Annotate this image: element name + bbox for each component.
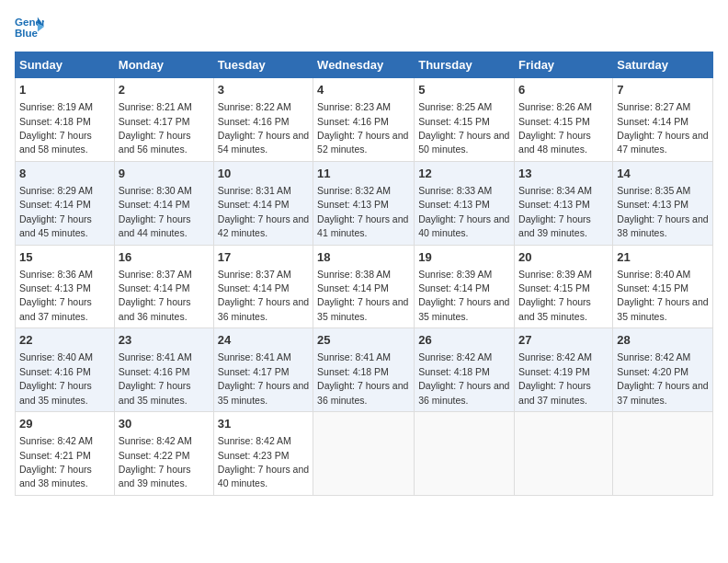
calendar-day-cell: 16 Sunrise: 8:37 AMSunset: 4:14 PMDaylig… [114,245,213,328]
day-number: 12 [418,166,510,182]
day-info: Sunrise: 8:42 AMSunset: 4:23 PMDaylight:… [218,435,309,488]
calendar-day-cell: 3 Sunrise: 8:22 AMSunset: 4:16 PMDayligh… [213,78,313,162]
day-number: 10 [218,166,309,182]
calendar-day-cell: 4 Sunrise: 8:23 AMSunset: 4:16 PMDayligh… [313,78,415,162]
calendar-day-cell: 26 Sunrise: 8:42 AMSunset: 4:18 PMDaylig… [415,328,515,412]
day-number: 14 [617,166,709,182]
day-number: 6 [518,82,609,98]
day-number: 7 [617,82,709,98]
calendar-day-cell: 6 Sunrise: 8:26 AMSunset: 4:15 PMDayligh… [515,78,613,162]
logo-icon: General Blue [15,15,44,40]
calendar-day-cell: 5 Sunrise: 8:25 AMSunset: 4:15 PMDayligh… [415,78,515,162]
day-info: Sunrise: 8:30 AMSunset: 4:14 PMDaylight:… [119,185,192,238]
day-info: Sunrise: 8:31 AMSunset: 4:14 PMDaylight:… [218,185,309,238]
day-info: Sunrise: 8:26 AMSunset: 4:15 PMDaylight:… [518,101,592,155]
day-number: 13 [518,166,609,182]
day-number: 30 [119,416,210,432]
calendar-day-cell: 21 Sunrise: 8:40 AMSunset: 4:15 PMDaylig… [613,245,713,328]
day-number: 31 [218,416,309,432]
calendar-day-cell: 27 Sunrise: 8:42 AMSunset: 4:19 PMDaylig… [515,328,613,412]
day-number: 9 [119,166,210,182]
calendar-day-cell: 20 Sunrise: 8:39 AMSunset: 4:15 PMDaylig… [515,245,613,328]
day-info: Sunrise: 8:42 AMSunset: 4:18 PMDaylight:… [418,351,509,405]
day-number: 27 [518,332,609,349]
day-info: Sunrise: 8:21 AMSunset: 4:17 PMDaylight:… [119,101,192,155]
day-number: 16 [119,249,210,266]
day-info: Sunrise: 8:33 AMSunset: 4:13 PMDaylight:… [418,185,509,238]
calendar-day-cell: 30 Sunrise: 8:42 AMSunset: 4:22 PMDaylig… [114,412,213,496]
day-info: Sunrise: 8:41 AMSunset: 4:18 PMDaylight:… [317,351,408,405]
calendar-day-cell: 8 Sunrise: 8:29 AMSunset: 4:14 PMDayligh… [16,161,115,245]
page-header: General Blue [15,15,713,40]
weekday-header-saturday: Saturday [613,52,713,78]
calendar-day-cell: 11 Sunrise: 8:32 AMSunset: 4:13 PMDaylig… [313,161,415,245]
calendar-day-cell: 23 Sunrise: 8:41 AMSunset: 4:16 PMDaylig… [114,328,213,412]
day-info: Sunrise: 8:41 AMSunset: 4:17 PMDaylight:… [218,351,309,405]
day-info: Sunrise: 8:32 AMSunset: 4:13 PMDaylight:… [317,185,408,238]
calendar-table: SundayMondayTuesdayWednesdayThursdayFrid… [15,52,713,496]
day-info: Sunrise: 8:25 AMSunset: 4:15 PMDaylight:… [418,101,509,155]
day-number: 20 [518,249,609,266]
day-number: 1 [19,82,110,98]
day-info: Sunrise: 8:35 AMSunset: 4:13 PMDaylight:… [617,185,708,238]
day-number: 19 [418,249,510,266]
calendar-day-cell: 12 Sunrise: 8:33 AMSunset: 4:13 PMDaylig… [415,161,515,245]
calendar-week-row: 22 Sunrise: 8:40 AMSunset: 4:16 PMDaylig… [16,328,713,412]
day-info: Sunrise: 8:27 AMSunset: 4:14 PMDaylight:… [617,101,708,155]
day-number: 5 [418,82,510,98]
weekday-header-friday: Friday [515,52,613,78]
day-info: Sunrise: 8:38 AMSunset: 4:14 PMDaylight:… [317,269,408,322]
calendar-day-cell: 7 Sunrise: 8:27 AMSunset: 4:14 PMDayligh… [613,78,713,162]
calendar-day-cell: 18 Sunrise: 8:38 AMSunset: 4:14 PMDaylig… [313,245,415,328]
day-info: Sunrise: 8:37 AMSunset: 4:14 PMDaylight:… [218,269,309,322]
day-info: Sunrise: 8:23 AMSunset: 4:16 PMDaylight:… [317,101,408,155]
day-number: 11 [317,166,410,182]
day-number: 15 [19,249,110,266]
calendar-day-cell: 19 Sunrise: 8:39 AMSunset: 4:14 PMDaylig… [415,245,515,328]
calendar-day-cell: 15 Sunrise: 8:36 AMSunset: 4:13 PMDaylig… [16,245,115,328]
day-number: 18 [317,249,410,266]
day-info: Sunrise: 8:40 AMSunset: 4:15 PMDaylight:… [617,269,708,322]
calendar-day-cell: 25 Sunrise: 8:41 AMSunset: 4:18 PMDaylig… [313,328,415,412]
weekday-header-row: SundayMondayTuesdayWednesdayThursdayFrid… [16,52,713,78]
day-info: Sunrise: 8:40 AMSunset: 4:16 PMDaylight:… [19,351,93,405]
calendar-week-row: 8 Sunrise: 8:29 AMSunset: 4:14 PMDayligh… [16,161,713,245]
svg-text:Blue: Blue [15,28,39,39]
day-info: Sunrise: 8:39 AMSunset: 4:14 PMDaylight:… [418,269,509,322]
calendar-day-cell [313,412,415,496]
day-number: 24 [218,332,309,349]
day-number: 8 [19,166,110,182]
calendar-day-cell: 1 Sunrise: 8:19 AMSunset: 4:18 PMDayligh… [16,78,115,162]
day-info: Sunrise: 8:29 AMSunset: 4:14 PMDaylight:… [19,185,93,238]
day-info: Sunrise: 8:22 AMSunset: 4:16 PMDaylight:… [218,101,309,155]
calendar-day-cell: 2 Sunrise: 8:21 AMSunset: 4:17 PMDayligh… [114,78,213,162]
day-info: Sunrise: 8:34 AMSunset: 4:13 PMDaylight:… [518,185,592,238]
day-number: 2 [119,82,210,98]
day-info: Sunrise: 8:42 AMSunset: 4:20 PMDaylight:… [617,351,708,405]
weekday-header-sunday: Sunday [16,52,115,78]
weekday-header-wednesday: Wednesday [313,52,415,78]
calendar-week-row: 1 Sunrise: 8:19 AMSunset: 4:18 PMDayligh… [16,78,713,162]
day-info: Sunrise: 8:36 AMSunset: 4:13 PMDaylight:… [19,269,93,322]
calendar-day-cell [415,412,515,496]
day-number: 29 [19,416,110,432]
calendar-week-row: 29 Sunrise: 8:42 AMSunset: 4:21 PMDaylig… [16,412,713,496]
day-info: Sunrise: 8:41 AMSunset: 4:16 PMDaylight:… [119,351,192,405]
day-number: 4 [317,82,410,98]
calendar-day-cell: 14 Sunrise: 8:35 AMSunset: 4:13 PMDaylig… [613,161,713,245]
day-number: 23 [119,332,210,349]
day-number: 26 [418,332,510,349]
day-info: Sunrise: 8:37 AMSunset: 4:14 PMDaylight:… [119,269,192,322]
day-number: 21 [617,249,709,266]
calendar-day-cell: 9 Sunrise: 8:30 AMSunset: 4:14 PMDayligh… [114,161,213,245]
weekday-header-tuesday: Tuesday [213,52,313,78]
day-info: Sunrise: 8:42 AMSunset: 4:19 PMDaylight:… [518,351,592,405]
calendar-day-cell [515,412,613,496]
weekday-header-monday: Monday [114,52,213,78]
day-number: 17 [218,249,309,266]
calendar-day-cell: 17 Sunrise: 8:37 AMSunset: 4:14 PMDaylig… [213,245,313,328]
weekday-header-thursday: Thursday [415,52,515,78]
day-number: 22 [19,332,110,349]
calendar-day-cell: 29 Sunrise: 8:42 AMSunset: 4:21 PMDaylig… [16,412,115,496]
calendar-day-cell [613,412,713,496]
